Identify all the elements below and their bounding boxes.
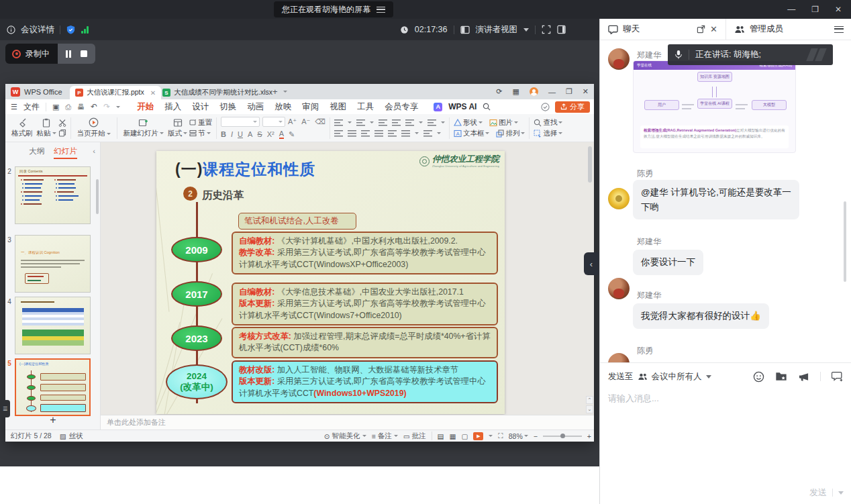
- send-options-chevron[interactable]: [838, 491, 844, 495]
- justify-icon[interactable]: [374, 130, 383, 137]
- fit-window-icon[interactable]: ⛶: [498, 432, 503, 440]
- zoom-level[interactable]: 88%: [509, 432, 528, 440]
- superscript-icon[interactable]: X²: [267, 130, 274, 138]
- minimize-button[interactable]: —: [787, 5, 795, 14]
- pause-recording-button[interactable]: [66, 50, 71, 58]
- maximize-button[interactable]: ❐: [811, 5, 819, 14]
- zoom-in-button[interactable]: +: [587, 432, 591, 440]
- print-icon[interactable]: 🖶: [77, 103, 85, 111]
- paragraph-layout-icon[interactable]: [423, 130, 432, 137]
- ribbon-tab-member[interactable]: 会员专享: [385, 101, 418, 113]
- ribbon-tab-animation[interactable]: 动画: [247, 101, 264, 113]
- tab-outline[interactable]: 大纲: [29, 146, 44, 156]
- reading-view-icon[interactable]: ▢: [461, 432, 468, 440]
- new-tab-button[interactable]: +: [272, 87, 278, 97]
- format-painter-button[interactable]: 格式刷: [9, 118, 35, 138]
- network-signal-icon[interactable]: [81, 26, 89, 34]
- font-family-select[interactable]: [221, 117, 260, 127]
- docked-toolbar-handle[interactable]: ☰: [0, 400, 10, 417]
- beautify-button[interactable]: ⊙智能美化: [324, 432, 366, 441]
- distribute-icon[interactable]: [388, 130, 397, 137]
- sync-icon[interactable]: ⟳: [496, 87, 502, 96]
- text-direction-icon[interactable]: [405, 119, 414, 126]
- close-button[interactable]: ✕: [835, 5, 842, 14]
- security-shield-icon[interactable]: [66, 25, 76, 35]
- line-spacing-icon[interactable]: [428, 119, 436, 126]
- send-button[interactable]: 发送: [809, 487, 827, 499]
- highlight-icon[interactable]: ✎: [289, 130, 295, 139]
- sorter-view-icon[interactable]: ▦: [450, 432, 456, 440]
- strikethrough-icon[interactable]: S: [257, 130, 262, 138]
- ribbon-tab-tools[interactable]: 工具: [357, 101, 374, 113]
- slide-thumbnail-3[interactable]: 一、课程认识 Cognition: [15, 235, 91, 293]
- chevron-down-icon[interactable]: [523, 28, 529, 32]
- picture-button[interactable]: 图片: [489, 118, 518, 128]
- emoji-icon[interactable]: [753, 371, 764, 383]
- indent-icon[interactable]: [392, 119, 401, 126]
- stop-recording-button[interactable]: [81, 50, 87, 57]
- search-icon[interactable]: [483, 103, 491, 111]
- slide-layout-button[interactable]: 版式: [166, 118, 189, 138]
- close-tab-icon[interactable]: ✕: [150, 89, 156, 97]
- font-color-icon[interactable]: A: [279, 130, 284, 139]
- bullet-list-icon[interactable]: [334, 119, 343, 126]
- underline-icon[interactable]: U: [238, 130, 243, 138]
- theme-indicator[interactable]: ▨丝状: [60, 432, 83, 441]
- save-icon[interactable]: ▣: [52, 103, 59, 111]
- columns-icon[interactable]: [401, 130, 410, 137]
- view-mode-selector[interactable]: 演讲者视图: [476, 24, 518, 36]
- tab-spreadsheet[interactable]: S 大信成绩不同学期统计对比.xlsx: [157, 86, 278, 99]
- side-panel-icon[interactable]: [557, 25, 566, 34]
- increase-font-icon[interactable]: A⁺: [288, 117, 297, 126]
- workspace-icon[interactable]: ▦: [513, 87, 519, 96]
- wps-restore-button[interactable]: ❐: [566, 87, 572, 96]
- shadow-icon[interactable]: A: [248, 130, 252, 138]
- slideshow-play-button[interactable]: ▶: [473, 432, 483, 440]
- wps-ai-icon[interactable]: A: [434, 103, 442, 111]
- select-button[interactable]: 选择: [534, 129, 562, 138]
- members-title[interactable]: 管理成员: [750, 23, 783, 35]
- align-left-icon[interactable]: [334, 130, 343, 137]
- textbox-button[interactable]: A文本框: [454, 129, 490, 138]
- font-size-select[interactable]: [262, 117, 285, 127]
- ribbon-tab-slideshow[interactable]: 放映: [274, 101, 291, 113]
- wps-minimize-button[interactable]: —: [548, 88, 556, 96]
- megaphone-icon[interactable]: [798, 371, 809, 382]
- section-button[interactable]: 节: [189, 129, 212, 138]
- new-slide-button[interactable]: 新建幻灯片: [121, 118, 166, 138]
- output-icon[interactable]: ⎙: [65, 103, 71, 111]
- popout-icon[interactable]: [697, 25, 705, 34]
- chat-scrollbar[interactable]: [844, 201, 846, 282]
- decrease-font-icon[interactable]: A⁻: [301, 117, 310, 126]
- wps-close-button[interactable]: ✕: [583, 87, 589, 96]
- tab-slides[interactable]: 幻灯片: [54, 146, 77, 156]
- banner-menu-icon[interactable]: [377, 7, 385, 13]
- slide-thumbnail-5[interactable]: (一)课程定位和性质: [15, 358, 91, 416]
- edit-scrollbar[interactable]: [588, 146, 592, 183]
- play-from-current-button[interactable]: 当页开始: [75, 117, 113, 138]
- previous-slide-button[interactable]: ⌃: [586, 396, 593, 404]
- ribbon-tab-design[interactable]: 设计: [192, 101, 209, 113]
- reset-button[interactable]: 重置: [189, 118, 212, 128]
- next-slide-button[interactable]: ⌄: [586, 405, 593, 413]
- tab-list-chevron[interactable]: [283, 91, 287, 93]
- ribbon-tab-review[interactable]: 审阅: [302, 101, 319, 113]
- cut-icon[interactable]: [58, 119, 66, 127]
- message-input[interactable]: 请输入消息...: [608, 393, 659, 405]
- share-button[interactable]: 分享: [555, 101, 590, 113]
- normal-view-icon[interactable]: ▤: [438, 432, 444, 440]
- arrange-button[interactable]: 排列: [496, 129, 525, 138]
- ribbon-tab-insert[interactable]: 插入: [164, 101, 181, 113]
- collapse-panel-icon[interactable]: ‹: [93, 147, 95, 155]
- send-target-selector[interactable]: 会议中所有人: [652, 371, 702, 383]
- ribbon-tab-view[interactable]: 视图: [330, 101, 346, 113]
- copy-icon[interactable]: [58, 129, 66, 137]
- close-panel-icon[interactable]: ✕: [710, 24, 717, 34]
- align-center-icon[interactable]: [348, 130, 356, 137]
- zoom-slider[interactable]: [543, 436, 582, 437]
- bold-icon[interactable]: B: [221, 130, 226, 138]
- wps-ai-label[interactable]: WPS AI: [448, 102, 477, 111]
- find-button[interactable]: 查找: [534, 118, 562, 128]
- file-menu[interactable]: 文件: [23, 101, 40, 113]
- notes-button[interactable]: ≡备注: [372, 432, 398, 441]
